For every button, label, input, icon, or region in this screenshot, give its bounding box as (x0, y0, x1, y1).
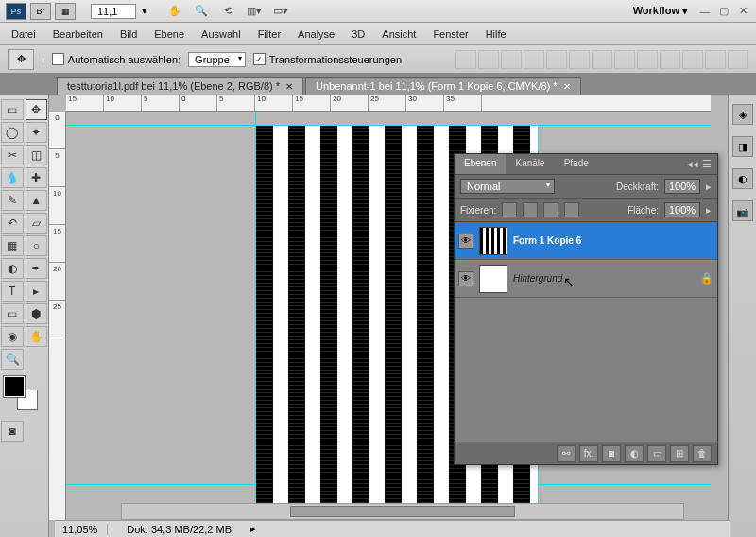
opacity-slider-icon[interactable]: ▸ (706, 181, 712, 193)
gradient-tool[interactable]: ▦ (1, 235, 24, 256)
photoshop-icon[interactable]: Ps (6, 3, 26, 20)
menu-3d[interactable]: 3D (352, 28, 365, 40)
type-tool[interactable]: T (1, 281, 24, 302)
doc-tab-2[interactable]: Unbenannt-1 bei 11,1% (Form 1 Kopie 6, C… (305, 77, 581, 95)
hand-tool[interactable]: ✋ (26, 326, 48, 347)
arrange-icon[interactable]: ▥▾ (246, 3, 263, 20)
dodge-tool[interactable]: ◐ (1, 258, 24, 279)
brush-tool[interactable]: ✎ (1, 190, 24, 211)
delete-layer-icon[interactable]: 🗑 (693, 445, 712, 462)
lock-image-icon[interactable] (523, 202, 538, 217)
adjustments-dock-icon[interactable]: ◨ (732, 136, 753, 157)
align-bottom-icon (501, 50, 522, 69)
layer-name[interactable]: Form 1 Kopie 6 (513, 235, 581, 246)
panel-menu-icon[interactable]: ☰ (702, 158, 712, 170)
zoom-input[interactable]: 11,1 (91, 4, 136, 19)
horizontal-scrollbar[interactable] (121, 503, 684, 520)
camera-dock-icon[interactable]: 📷 (732, 200, 753, 221)
layer-thumbnail[interactable] (479, 227, 507, 255)
blur-tool[interactable]: ○ (26, 235, 48, 256)
layers-tab[interactable]: Ebenen (455, 154, 506, 174)
scrollbar-thumb[interactable] (290, 506, 515, 517)
zoom-dropdown-icon[interactable]: ▾ (142, 5, 147, 17)
maximize-button[interactable]: ▢ (716, 5, 731, 18)
tab-close-icon[interactable]: ✕ (285, 81, 293, 92)
menu-ansicht[interactable]: Ansicht (382, 28, 416, 40)
status-zoom[interactable]: 11,05% (62, 524, 108, 535)
layer-group-icon[interactable]: ▭ (647, 445, 666, 462)
slice-tool[interactable]: ◫ (26, 145, 48, 165)
visibility-toggle-icon[interactable]: 👁 (458, 271, 473, 286)
healing-tool[interactable]: ✚ (26, 167, 48, 188)
bridge-icon[interactable]: Br (30, 3, 51, 20)
minibridge-icon[interactable]: ▦ (55, 3, 76, 20)
lock-position-icon[interactable] (543, 202, 558, 217)
menu-filter[interactable]: Filter (258, 28, 281, 40)
auto-select-label: Automatisch auswählen: (68, 54, 180, 65)
styles-dock-icon[interactable]: ◐ (732, 168, 753, 189)
shape-tool[interactable]: ▭ (1, 303, 24, 324)
fill-slider-icon[interactable]: ▸ (706, 204, 712, 217)
auto-select-dropdown[interactable]: Gruppe (188, 52, 246, 67)
lock-all-icon[interactable] (564, 202, 579, 217)
layer-name[interactable]: Hintergrund (513, 273, 562, 284)
layers-panel[interactable]: Ebenen Kanäle Pfade ◂◂☰ Normal Deckkraft… (454, 153, 718, 465)
eraser-tool[interactable]: ▱ (26, 213, 48, 234)
lock-transparency-icon[interactable] (502, 202, 517, 217)
color-swatches[interactable] (4, 376, 42, 414)
zoom-tool[interactable]: 🔍 (1, 349, 24, 370)
channels-tab[interactable]: Kanäle (506, 154, 554, 174)
status-doc-size[interactable]: Dok: 34,3 MB/22,2 MB (127, 524, 232, 535)
wand-tool[interactable]: ✦ (26, 122, 48, 143)
screen-mode-icon[interactable]: ▭▾ (272, 3, 289, 20)
rotate-view-icon[interactable]: ⟲ (219, 3, 236, 20)
layer-mask-icon[interactable]: ◙ (602, 445, 621, 462)
history-brush-tool[interactable]: ↶ (1, 213, 24, 234)
eyedropper-tool[interactable]: 💧 (1, 167, 24, 188)
pen-tool[interactable]: ✒ (26, 258, 48, 279)
workspace-switcher[interactable]: Workflow ▾ (633, 5, 688, 17)
quick-mask-tool[interactable]: ◙ (1, 421, 24, 442)
menu-bild[interactable]: Bild (120, 28, 137, 40)
minimize-button[interactable]: — (697, 5, 713, 18)
new-layer-icon[interactable]: ⊞ (670, 445, 689, 462)
menu-bearbeiten[interactable]: Bearbeiten (53, 28, 103, 40)
3d-tool[interactable]: ⬢ (26, 303, 48, 324)
menu-hilfe[interactable]: Hilfe (486, 28, 507, 40)
doc-tab-1[interactable]: testtutoria1l.pdf bei 11,1% (Ebene 2, RG… (57, 77, 303, 95)
paths-tab[interactable]: Pfade (555, 154, 598, 174)
foreground-color-swatch[interactable] (4, 376, 25, 397)
menu-auswahl[interactable]: Auswahl (201, 28, 241, 40)
auto-select-checkbox[interactable]: Automatisch auswählen: (52, 53, 180, 65)
path-select-tool[interactable]: ▸ (26, 281, 48, 302)
layer-thumbnail[interactable] (479, 265, 507, 293)
blend-mode-dropdown[interactable]: Normal (460, 179, 555, 194)
menu-datei[interactable]: Datei (11, 28, 36, 40)
layer-effects-icon[interactable]: fx. (579, 445, 598, 462)
current-tool-icon[interactable]: ✥ (8, 49, 34, 70)
3d-camera-tool[interactable]: ◉ (1, 326, 24, 347)
move-tool[interactable]: ✥ (26, 99, 48, 120)
crop-tool[interactable]: ✂ (1, 145, 24, 165)
lasso-tool[interactable]: ◯ (1, 122, 24, 143)
layer-row[interactable]: 👁 Hintergrund 🔒 (455, 260, 717, 298)
panel-collapse-icon[interactable]: ◂◂ (687, 158, 698, 170)
transform-controls-checkbox[interactable]: ✓ Transformationssteuerungen (253, 53, 402, 65)
hand-icon[interactable]: ✋ (166, 3, 183, 20)
tab-close-icon[interactable]: ✕ (563, 81, 571, 92)
zoom-tool-icon[interactable]: 🔍 (193, 3, 210, 20)
menu-ebene[interactable]: Ebene (154, 28, 184, 40)
close-button[interactable]: ✕ (735, 5, 750, 18)
menu-analyse[interactable]: Analyse (298, 28, 335, 40)
menu-fenster[interactable]: Fenster (433, 28, 468, 40)
stamp-tool[interactable]: ▲ (26, 190, 48, 211)
status-menu-icon[interactable]: ▸ (250, 523, 256, 535)
opacity-input[interactable]: 100% (664, 179, 700, 194)
link-layers-icon[interactable]: ⚯ (557, 445, 576, 462)
marquee-tool[interactable]: ▭ (1, 99, 24, 120)
adjustment-layer-icon[interactable]: ◐ (625, 445, 644, 462)
layers-dock-icon[interactable]: ◈ (732, 104, 753, 125)
visibility-toggle-icon[interactable]: 👁 (458, 234, 473, 249)
layer-row[interactable]: 👁 Form 1 Kopie 6 (455, 222, 717, 260)
fill-input[interactable]: 100% (664, 202, 700, 217)
